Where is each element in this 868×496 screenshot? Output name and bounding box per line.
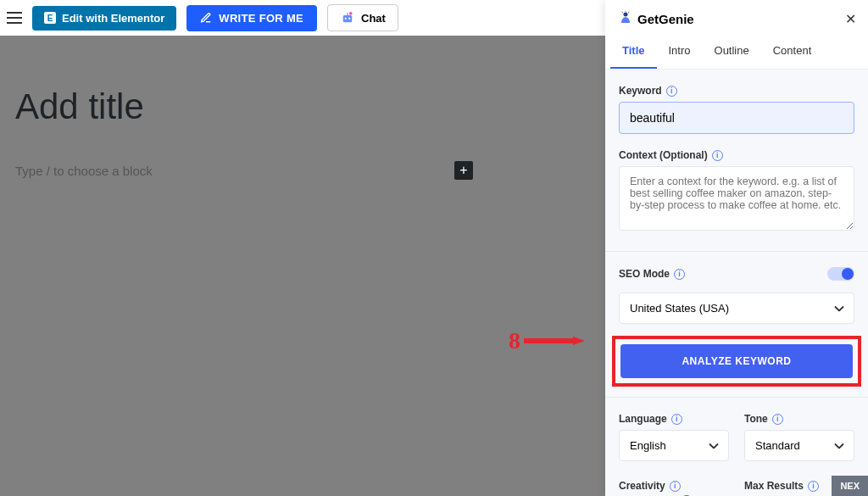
language-select[interactable]: English — [619, 430, 729, 461]
block-placeholder-text[interactable]: Type / to choose a block — [15, 164, 153, 178]
keyword-label: Keyword i — [619, 85, 854, 97]
svg-marker-6 — [573, 337, 585, 345]
genie-icon — [617, 10, 634, 27]
edit-elementor-button[interactable]: E Edit with Elementor — [32, 6, 176, 31]
arrow-right-icon — [524, 337, 585, 345]
seo-mode-toggle[interactable] — [827, 267, 854, 281]
edit-elementor-label: Edit with Elementor — [62, 12, 164, 25]
tab-intro[interactable]: Intro — [657, 36, 703, 69]
info-icon[interactable]: i — [671, 414, 682, 425]
info-icon[interactable]: i — [808, 481, 819, 492]
add-block-button[interactable]: + — [454, 161, 473, 180]
callout-number: 8 — [509, 327, 520, 354]
context-textarea[interactable] — [619, 166, 854, 231]
info-icon[interactable]: i — [674, 269, 685, 280]
svg-point-3 — [349, 12, 353, 15]
elementor-icon: E — [44, 12, 56, 24]
svg-point-2 — [348, 18, 350, 20]
country-select[interactable]: United States (USA) — [619, 293, 854, 324]
next-button[interactable]: NEX — [832, 476, 868, 496]
panel-header: GetGenie ✕ — [605, 0, 868, 36]
info-icon[interactable]: i — [712, 150, 723, 161]
svg-point-1 — [345, 18, 347, 20]
write-for-me-label: WRITE FOR ME — [219, 12, 303, 25]
keyword-input[interactable] — [619, 102, 854, 134]
analyze-keyword-button[interactable]: ANALYZE KEYWORD — [620, 344, 853, 378]
seo-mode-label: SEO Mode i — [619, 268, 685, 280]
brand-name: GetGenie — [637, 12, 694, 26]
tone-select[interactable]: Standard — [744, 430, 854, 461]
callout-annotation: 8 — [509, 327, 585, 354]
tab-outline[interactable]: Outline — [703, 36, 761, 69]
getgenie-panel: GetGenie ✕ Title Intro Outline Content K… — [605, 0, 868, 496]
pen-icon — [200, 12, 212, 24]
info-icon[interactable]: i — [666, 86, 677, 97]
tone-label: Tone i — [744, 413, 854, 425]
svg-rect-0 — [343, 15, 353, 22]
panel-body: Keyword i Context (Optional) i SEO Mode … — [605, 70, 868, 496]
chat-button[interactable]: Chat — [327, 4, 398, 31]
language-label: Language i — [619, 413, 729, 425]
info-icon[interactable]: i — [670, 481, 681, 492]
write-for-me-button[interactable]: WRITE FOR ME — [186, 5, 317, 31]
hamburger-menu-icon[interactable] — [7, 12, 22, 24]
divider — [605, 251, 868, 252]
context-label: Context (Optional) i — [619, 149, 854, 161]
tab-title[interactable]: Title — [610, 36, 657, 69]
robot-icon — [340, 10, 355, 25]
tab-content[interactable]: Content — [761, 36, 824, 69]
close-icon[interactable]: ✕ — [845, 11, 856, 27]
divider — [605, 397, 868, 398]
brand-logo: GetGenie — [617, 10, 694, 27]
panel-tabs: Title Intro Outline Content — [605, 36, 868, 70]
info-icon[interactable]: i — [772, 414, 783, 425]
analyze-highlight: ANALYZE KEYWORD — [612, 336, 861, 387]
chat-label: Chat — [361, 12, 386, 25]
svg-point-7 — [624, 13, 628, 17]
creativity-label: Creativity i — [619, 480, 729, 492]
